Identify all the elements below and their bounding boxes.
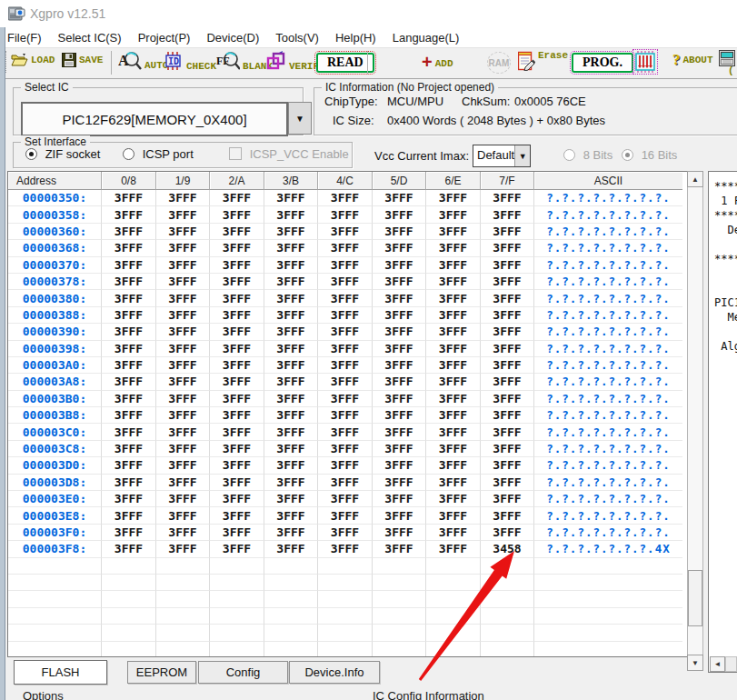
hex-cell[interactable]: 3FFF: [426, 525, 481, 541]
empty-cell[interactable]: [373, 608, 426, 625]
empty-cell[interactable]: [318, 608, 373, 625]
hex-cell[interactable]: 3FFF: [373, 475, 426, 491]
hex-cell[interactable]: 3FFF: [373, 491, 426, 507]
hex-cell[interactable]: 3FFF: [156, 407, 210, 424]
prog-button[interactable]: PROG.: [572, 53, 633, 73]
hex-cell[interactable]: 3FFF: [264, 341, 318, 357]
hex-cell[interactable]: 3FFF: [481, 240, 534, 256]
hex-cell[interactable]: 3FFF: [264, 475, 318, 491]
empty-cell[interactable]: [8, 558, 102, 575]
hex-cell[interactable]: 3FFF: [102, 257, 156, 274]
hex-cell[interactable]: 3FFF: [373, 407, 426, 424]
hex-cell[interactable]: 3FFF: [264, 357, 318, 374]
hex-cell[interactable]: 3FFF: [210, 274, 264, 290]
hex-cell[interactable]: 3FFF: [481, 290, 534, 306]
hex-cell[interactable]: 3FFF: [426, 374, 481, 390]
empty-cell[interactable]: [156, 642, 210, 657]
menu-item[interactable]: Tools(V): [267, 31, 327, 45]
erase-button[interactable]: Erase: [518, 51, 568, 71]
hex-cell[interactable]: 3FFF: [426, 324, 481, 340]
empty-cell[interactable]: [481, 608, 534, 625]
hex-cell[interactable]: 3FFF: [264, 407, 318, 424]
hex-cell[interactable]: 3FFF: [156, 357, 210, 374]
hex-cell[interactable]: 3FFF: [318, 190, 373, 206]
hex-cell[interactable]: 3FFF: [102, 206, 156, 223]
hex-cell[interactable]: 3FFF: [426, 507, 481, 524]
hex-cell[interactable]: 3FFF: [426, 307, 481, 324]
hex-cell[interactable]: 3FFF: [481, 206, 534, 223]
hex-cell[interactable]: 3FFF: [318, 457, 373, 474]
hex-cell[interactable]: 3FFF: [373, 290, 426, 306]
hex-cell[interactable]: 3FFF: [156, 541, 210, 557]
ascii-cell[interactable]: ?.?.?.?.?.?.?.?.: [534, 341, 682, 357]
hex-cell[interactable]: 3FFF: [210, 190, 264, 206]
hex-cell[interactable]: 3FFF: [481, 374, 534, 390]
hex-cell[interactable]: 3FFF: [156, 240, 210, 256]
column-header[interactable]: 6/E: [426, 172, 481, 190]
hex-cell[interactable]: 3FFF: [210, 457, 264, 474]
hex-cell[interactable]: 3FFF: [318, 341, 373, 357]
hex-cell[interactable]: 3FFF: [156, 341, 210, 357]
hex-cell[interactable]: 3FFF: [373, 224, 426, 240]
hex-cell[interactable]: 3FFF: [318, 324, 373, 340]
ic-select-display[interactable]: PIC12F629[MEMORY_0X400]: [21, 102, 288, 136]
hex-cell[interactable]: 3FFF: [102, 491, 156, 507]
menu-item[interactable]: Help(H): [327, 31, 384, 45]
column-header[interactable]: 2/A: [210, 172, 264, 190]
empty-cell[interactable]: [318, 591, 373, 607]
address-cell[interactable]: 000003F8:: [8, 541, 102, 557]
hex-cell[interactable]: 3FFF: [210, 541, 264, 557]
hex-cell[interactable]: 3FFF: [481, 391, 534, 407]
hex-cell[interactable]: 3FFF: [264, 541, 318, 557]
hex-cell[interactable]: 3FFF: [264, 290, 318, 306]
check-button[interactable]: ID CHECK: [165, 50, 216, 72]
hex-cell[interactable]: 3FFF: [210, 290, 264, 306]
empty-cell[interactable]: [318, 625, 373, 641]
hex-cell[interactable]: 3FFF: [264, 190, 318, 206]
hex-cell[interactable]: 3FFF: [426, 457, 481, 474]
hex-cell[interactable]: 3FFF: [318, 407, 373, 424]
bits16-radio[interactable]: 16 Bits: [622, 148, 677, 162]
hex-cell[interactable]: 3FFF: [481, 190, 534, 206]
hex-cell[interactable]: 3FFF: [210, 374, 264, 390]
empty-cell[interactable]: [264, 625, 318, 641]
column-header[interactable]: 4/C: [318, 172, 373, 190]
hex-cell[interactable]: 3FFF: [318, 441, 373, 457]
empty-cell[interactable]: [318, 558, 373, 575]
read-button[interactable]: READ: [316, 53, 374, 73]
empty-cell[interactable]: [481, 591, 534, 607]
hex-cell[interactable]: 3FFF: [318, 424, 373, 440]
hex-cell[interactable]: 3FFF: [102, 341, 156, 357]
hex-cell[interactable]: 3FFF: [373, 190, 426, 206]
hex-cell[interactable]: 3FFF: [426, 491, 481, 507]
hex-cell[interactable]: 3FFF: [210, 475, 264, 491]
address-cell[interactable]: 00000360:: [8, 224, 102, 240]
hex-cell[interactable]: 3FFF: [264, 374, 318, 390]
hex-cell[interactable]: 3FFF: [481, 357, 534, 374]
hex-cell[interactable]: 3FFF: [318, 240, 373, 256]
hex-cell[interactable]: 3FFF: [426, 257, 481, 274]
hex-cell[interactable]: 3FFF: [210, 307, 264, 324]
hex-cell[interactable]: 3FFF: [102, 457, 156, 474]
hex-cell[interactable]: 3FFF: [210, 507, 264, 524]
hex-cell[interactable]: 3FFF: [318, 290, 373, 306]
ascii-cell[interactable]: ?.?.?.?.?.?.?.?.: [534, 441, 682, 457]
panel-scrollbar-track[interactable]: [725, 656, 737, 672]
empty-cell[interactable]: [102, 558, 156, 575]
hex-cell[interactable]: 3FFF: [373, 206, 426, 223]
hex-cell[interactable]: 3FFF: [264, 525, 318, 541]
empty-cell[interactable]: [426, 591, 481, 607]
hex-cell[interactable]: 3FFF: [102, 541, 156, 557]
hex-cell[interactable]: 3FFF: [426, 391, 481, 407]
hex-cell[interactable]: 3FFF: [264, 424, 318, 440]
empty-cell[interactable]: [481, 642, 534, 657]
hex-cell[interactable]: 3FFF: [318, 491, 373, 507]
hex-cell[interactable]: 3FFF: [156, 224, 210, 240]
empty-cell[interactable]: [8, 625, 102, 641]
column-header[interactable]: ASCII: [534, 172, 682, 190]
hex-cell[interactable]: 3FFF: [210, 525, 264, 541]
hex-cell[interactable]: 3FFF: [156, 491, 210, 507]
hex-cell[interactable]: 3FFF: [318, 274, 373, 290]
hex-cell[interactable]: 3FFF: [373, 341, 426, 357]
column-header[interactable]: 3/B: [264, 172, 318, 190]
